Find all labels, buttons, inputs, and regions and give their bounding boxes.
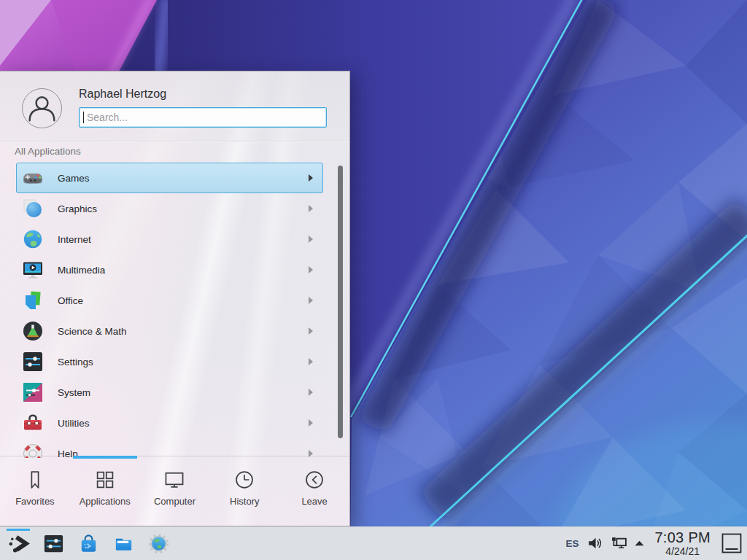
application-launcher-menu: Raphael Hertzog All Applications [0, 71, 350, 526]
launcher-tab-bar: Favorites Applications [0, 456, 349, 526]
show-desktop-icon [721, 533, 742, 553]
task-launchers [4, 528, 171, 559]
category-label: Games [58, 173, 90, 184]
app-grid-icon [94, 469, 116, 491]
launcher-header: Raphael Hertzog [0, 71, 349, 141]
expand-tray-icon[interactable] [635, 540, 644, 546]
application-launcher-button[interactable] [6, 528, 31, 559]
leave-circle-icon [303, 469, 325, 491]
submenu-arrow-icon [309, 419, 313, 427]
system-tray: ES 7:03 PM 4/24/21 [564, 530, 743, 556]
user-avatar-icon[interactable] [22, 88, 62, 128]
submenu-arrow-icon [309, 327, 313, 335]
submenu-arrow-icon [309, 389, 313, 396]
flask-icon [21, 319, 44, 343]
folder-icon [112, 532, 135, 555]
search-field-wrap [79, 107, 327, 128]
tab-label: Favorites [15, 496, 54, 507]
volume-icon[interactable] [587, 536, 603, 551]
tab-favorites[interactable]: Favorites [0, 456, 70, 526]
category-list: Games Graphics [0, 163, 349, 458]
tab-history[interactable]: History [209, 456, 279, 526]
tab-label: History [230, 496, 259, 507]
file-manager-button[interactable] [111, 528, 136, 559]
digital-clock[interactable]: 7:03 PM 4/24/21 [654, 530, 711, 556]
category-label: Multimedia [58, 265, 105, 276]
clock-icon [233, 469, 255, 491]
kde-kicker-icon [7, 532, 30, 555]
submenu-arrow-icon [309, 236, 313, 243]
search-input[interactable] [79, 107, 327, 128]
discover-button[interactable] [76, 528, 101, 559]
scrollbar-thumb[interactable] [338, 166, 343, 438]
category-label: Office [58, 295, 83, 306]
category-label: Science & Math [58, 326, 127, 337]
submenu-arrow-icon [309, 205, 313, 212]
globe-icon [21, 228, 44, 251]
category-label: Utilities [58, 418, 90, 429]
system-settings-button[interactable] [41, 528, 66, 559]
submenu-arrow-icon [309, 358, 313, 365]
monitor-icon [163, 469, 185, 491]
category-label: System [58, 387, 90, 398]
section-label: All Applications [15, 146, 81, 157]
category-system[interactable]: System [16, 377, 323, 408]
bookmark-icon [24, 469, 46, 491]
tab-label: Computer [154, 496, 196, 507]
category-games[interactable]: Games [16, 163, 323, 193]
keyboard-layout-indicator[interactable]: ES [564, 538, 580, 549]
category-graphics[interactable]: Graphics [16, 193, 323, 224]
text-caret [83, 112, 84, 123]
active-tab-underline [73, 456, 137, 459]
toolbox-icon [21, 411, 44, 435]
sliders-icon [21, 350, 44, 373]
category-label: Internet [58, 234, 91, 245]
shopping-bag-icon [77, 532, 100, 555]
settings-sliders-icon [42, 532, 65, 555]
globe-gear-icon [147, 532, 170, 555]
tab-label: Leave [301, 496, 327, 507]
category-settings[interactable]: Settings [16, 346, 323, 377]
clock-time: 7:03 PM [654, 530, 711, 545]
category-label: Settings [58, 357, 93, 368]
tab-label: Applications [80, 496, 131, 507]
web-browser-button[interactable] [146, 528, 171, 559]
system-sliders-icon [21, 381, 44, 404]
wired-network-icon[interactable] [611, 536, 627, 551]
category-multimedia[interactable]: Multimedia [16, 254, 323, 285]
submenu-arrow-icon [309, 174, 313, 182]
tab-computer[interactable]: Computer [140, 456, 210, 526]
category-label: Graphics [58, 203, 97, 214]
active-task-indicator [7, 529, 30, 531]
category-internet[interactable]: Internet [16, 224, 323, 254]
documents-icon [21, 289, 44, 312]
tab-leave[interactable]: Leave [279, 456, 349, 526]
category-office[interactable]: Office [16, 285, 323, 316]
clock-date: 4/24/21 [665, 546, 700, 556]
paint-sphere-icon [21, 197, 44, 220]
submenu-arrow-icon [309, 266, 313, 273]
show-desktop-button[interactable] [721, 531, 743, 556]
media-player-icon [21, 258, 44, 281]
desktop: Raphael Hertzog All Applications [0, 0, 747, 560]
tab-applications[interactable]: Applications [70, 456, 140, 526]
category-help[interactable]: Help [16, 438, 323, 458]
category-utilities[interactable]: Utilities [16, 408, 323, 438]
user-name: Raphael Hertzog [79, 88, 166, 101]
submenu-arrow-icon [309, 297, 313, 304]
taskbar-panel: ES 7:03 PM 4/24/21 [0, 526, 747, 560]
category-science-math[interactable]: Science & Math [16, 316, 323, 346]
gamepad-icon [21, 166, 44, 190]
